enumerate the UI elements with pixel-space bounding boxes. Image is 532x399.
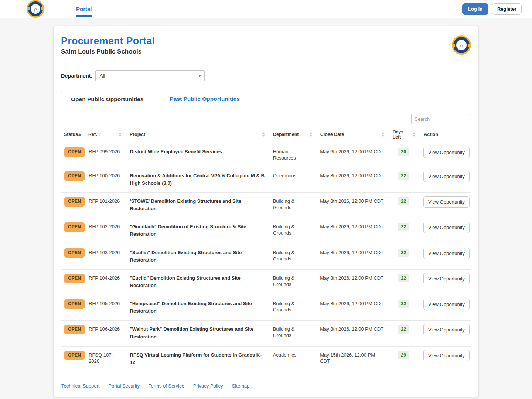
footer-link-portal-security[interactable]: Portal Security <box>108 383 140 389</box>
ref-cell: RFP 101-2026 <box>86 193 127 210</box>
project-cell: District Wide Employee Benefit Services. <box>127 143 270 161</box>
department-cell: Operations <box>270 167 317 185</box>
sort-icon <box>381 132 384 137</box>
sort-icon <box>413 132 416 137</box>
column-label: Department <box>273 132 299 137</box>
nav-links: Portal <box>75 0 93 18</box>
close-date-cell: May 6th 2026, 12:00 PM CDT <box>317 143 389 161</box>
view-opportunity-button[interactable]: View Opportunity <box>423 299 470 310</box>
project-cell: Renovation & Additions for Central VPA &… <box>127 167 270 192</box>
login-button[interactable]: Log In <box>462 3 488 15</box>
status-badge: OPEN <box>64 147 85 157</box>
tab-past-public-opportunities[interactable]: Past Public Opportunities <box>160 91 249 108</box>
footer-link-technical-support[interactable]: Technical Support <box>61 383 99 389</box>
close-date-cell: May 8th 2026, 12:00 PM CDT <box>317 218 389 236</box>
days-left-badge: 22 <box>398 325 409 333</box>
close-date-cell: May 8th 2026, 12:00 PM CDT <box>317 295 389 313</box>
table-row: OPEN RFP 100-2026 Renovation & Additions… <box>61 167 471 193</box>
days-left-badge: 22 <box>398 274 409 282</box>
footer-link-sitemap[interactable]: Sitemap <box>232 383 250 389</box>
nav-actions: Log In Register <box>462 3 522 15</box>
table-header: Status Ref. # Project Department Close D… <box>61 127 471 143</box>
department-cell: Building & Grounds <box>270 295 317 319</box>
project-cell: "Euclid" Demolition Existing Structures … <box>127 270 270 295</box>
card-header: Procurement Portal Saint Louis Public Sc… <box>61 35 471 55</box>
ref-cell: RFP 102-2026 <box>86 218 127 236</box>
table-row: OPEN RFP 106-2026 "Walnut Park" Demoliti… <box>61 321 471 346</box>
nav-portal-link[interactable]: Portal <box>75 0 93 18</box>
sort-icon <box>309 132 312 137</box>
department-cell: Academics <box>270 347 317 364</box>
department-select[interactable]: All ▾ <box>95 70 205 81</box>
days-left-badge: 22 <box>398 172 409 180</box>
project-cell: "Gundlach" Demolition of Existing Struct… <box>127 218 270 243</box>
page-subtitle: Saint Louis Public Schools <box>61 48 155 55</box>
close-date-cell: May 8th 2026, 12:00 PM CDT <box>317 270 389 287</box>
sort-asc-icon <box>78 133 82 136</box>
view-opportunity-button[interactable]: View Opportunity <box>423 196 470 208</box>
seal-gold-tab <box>41 7 43 10</box>
status-badge: OPEN <box>64 351 85 360</box>
column-header-action: Action <box>421 129 471 140</box>
column-label: Action <box>424 132 438 137</box>
seal-gold-tab <box>468 44 470 47</box>
view-opportunity-button[interactable]: View Opportunity <box>423 248 470 259</box>
seal-gold-tab <box>28 7 30 10</box>
project-cell: "Walnut Park" Demolition Existing Struct… <box>127 321 270 346</box>
tab-open-public-opportunities[interactable]: Open Public Opportunities <box>61 91 153 108</box>
register-button[interactable]: Register <box>492 3 522 15</box>
column-header-close-date[interactable]: Close Date <box>317 129 390 140</box>
sort-icon <box>262 132 265 137</box>
table-row: OPEN RFP 099-2026 District Wide Employee… <box>61 143 471 167</box>
department-cell: Building & Grounds <box>270 244 317 268</box>
column-header-department[interactable]: Department <box>270 129 317 140</box>
table-row: OPEN RFP 101-2026 'STOWE' Demolition Exi… <box>61 193 471 218</box>
district-logo[interactable] <box>27 0 44 18</box>
column-label: Status <box>64 132 78 137</box>
sort-icon <box>119 132 122 137</box>
close-date-cell: May 8th 2026, 12:00 PM CDT <box>317 193 389 210</box>
footer-link-privacy-policy[interactable]: Privacy Policy <box>193 383 223 389</box>
department-cell: Building & Grounds <box>270 270 317 293</box>
department-selected-value: All <box>99 73 105 79</box>
procurement-portal-card: Procurement Portal Saint Louis Public Sc… <box>53 26 479 397</box>
column-header-days-left[interactable]: Days Left <box>389 129 421 140</box>
view-opportunity-button[interactable]: View Opportunity <box>423 171 470 182</box>
status-badge: OPEN <box>64 171 85 181</box>
column-header-ref[interactable]: Ref. # <box>85 129 127 140</box>
close-date-cell: May 8th 2026, 12:00 PM CDT <box>317 321 389 338</box>
days-left-badge: 22 <box>398 300 409 308</box>
search-row <box>61 114 471 124</box>
district-seal <box>452 35 471 55</box>
view-opportunity-button[interactable]: View Opportunity <box>423 222 470 233</box>
view-opportunity-button[interactable]: View Opportunity <box>423 350 470 361</box>
ref-cell: RFP 099-2026 <box>86 143 127 161</box>
department-cell: Building & Grounds <box>270 193 317 216</box>
project-cell: "Scullin" Demolition Existing Structures… <box>127 244 270 269</box>
view-opportunity-button[interactable]: View Opportunity <box>423 147 470 158</box>
ref-cell: RFSQ 107-2026 <box>86 347 127 370</box>
table-body: OPEN RFP 099-2026 District Wide Employee… <box>61 143 471 372</box>
view-opportunity-button[interactable]: View Opportunity <box>423 324 470 335</box>
column-label: Ref. # <box>88 132 101 137</box>
department-filter-row: Department: All ▾ <box>61 70 471 81</box>
column-header-project[interactable]: Project <box>127 129 270 140</box>
days-left-badge: 22 <box>398 197 409 205</box>
table-row: OPEN RFP 102-2026 "Gundlach" Demolition … <box>61 218 471 244</box>
close-date-cell: May 8th 2026, 12:00 PM CDT <box>317 167 389 185</box>
footer-link-terms-of-service[interactable]: Terms of Service <box>149 383 184 389</box>
view-opportunity-button[interactable]: View Opportunity <box>423 273 470 284</box>
status-badge: OPEN <box>64 274 85 283</box>
search-input[interactable] <box>411 114 471 124</box>
status-badge: OPEN <box>64 325 85 334</box>
top-nav: Portal Log In Register <box>0 0 532 18</box>
days-left-badge: 29 <box>398 351 409 359</box>
seal-gold-tab <box>453 44 455 47</box>
footer: Technical Support Portal Security Terms … <box>61 383 471 389</box>
column-label: Project <box>130 132 145 137</box>
close-date-cell: May 15th 2026, 12:00 PM CDT <box>317 347 389 370</box>
column-header-status[interactable]: Status <box>61 129 85 140</box>
days-left-badge: 22 <box>398 223 409 231</box>
department-label: Department: <box>61 73 92 79</box>
table-row: OPEN RFP 105-2026 "Hempstead" Demolition… <box>61 295 471 321</box>
